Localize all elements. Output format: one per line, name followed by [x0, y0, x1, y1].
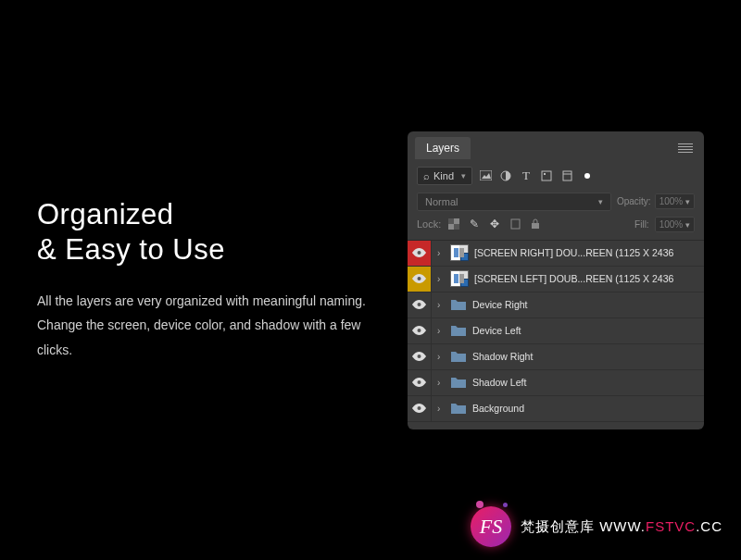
svg-rect-6 [448, 218, 454, 224]
lock-transparency-icon[interactable] [446, 217, 461, 231]
layer-row[interactable]: ›Shadow Right [408, 344, 704, 370]
headline-line-1: Organized [37, 198, 174, 230]
watermark-url-mid: FSTVC [646, 518, 696, 534]
folder-icon [450, 324, 467, 337]
svg-rect-2 [542, 171, 551, 180]
promo-text: Organized & Easy to Use All the layers a… [37, 197, 408, 362]
expand-arrow-icon[interactable]: › [437, 274, 445, 284]
svg-point-15 [418, 380, 421, 384]
watermark-url-suffix: .CC [696, 518, 722, 534]
svg-rect-9 [532, 223, 539, 229]
visibility-toggle-icon[interactable] [408, 267, 432, 292]
layer-row[interactable]: ›Shadow Left [408, 370, 704, 396]
lock-move-icon[interactable]: ✥ [487, 217, 502, 231]
watermark-brand: 梵摄创意库 [521, 518, 595, 534]
layer-row[interactable]: ›Device Left [408, 318, 704, 344]
folder-icon [450, 402, 467, 415]
svg-rect-4 [563, 171, 571, 180]
svg-point-12 [418, 303, 421, 306]
expand-arrow-icon[interactable]: › [437, 326, 445, 336]
headline-line-2: & Easy to Use [37, 233, 225, 266]
search-icon: ⌕ [423, 170, 430, 181]
filter-kind-label: Kind [433, 170, 454, 181]
layer-thumbnail [450, 270, 469, 287]
chevron-down-icon: ▾ [461, 171, 466, 180]
layer-name: Shadow Left [472, 377, 526, 388]
panel-menu-icon[interactable] [678, 143, 693, 153]
visibility-toggle-icon[interactable] [408, 241, 432, 266]
expand-arrow-icon[interactable]: › [437, 300, 445, 310]
description: All the layers are very organized with m… [37, 289, 380, 363]
svg-rect-7 [454, 224, 459, 230]
layer-name: Background [472, 403, 524, 414]
svg-point-10 [418, 251, 421, 255]
layer-row[interactable]: ›Background [408, 396, 704, 422]
layer-name: [SCREEN LEFT] DOUB...REEN (1125 X 2436 [474, 273, 673, 284]
layer-row[interactable]: ›[SCREEN LEFT] DOUB...REEN (1125 X 2436 [408, 267, 704, 292]
lock-label: Lock: [417, 218, 441, 230]
fill-value[interactable]: 100% ▾ [655, 217, 695, 232]
filter-kind-select[interactable]: ⌕ Kind ▾ [417, 167, 472, 185]
svg-point-11 [418, 277, 421, 280]
filter-shape-icon[interactable] [539, 168, 554, 183]
lock-artboard-icon[interactable] [508, 217, 522, 231]
blend-mode-select[interactable]: Normal ▾ [417, 193, 611, 211]
expand-arrow-icon[interactable]: › [437, 404, 445, 414]
svg-point-13 [418, 329, 421, 332]
layer-name: Device Left [472, 325, 521, 336]
headline: Organized & Easy to Use [37, 197, 380, 266]
opacity-value[interactable]: 100% ▾ [655, 193, 695, 209]
filter-row: ⌕ Kind ▾ T [408, 159, 704, 193]
folder-icon [450, 350, 467, 363]
svg-point-16 [418, 406, 421, 410]
watermark-text: 梵摄创意库 WWW.FSTVC.CC [521, 518, 722, 536]
expand-arrow-icon[interactable]: › [437, 248, 445, 258]
visibility-toggle-icon[interactable] [408, 396, 432, 421]
visibility-toggle-icon[interactable] [408, 318, 432, 343]
expand-arrow-icon[interactable]: › [437, 352, 445, 362]
folder-icon [450, 298, 467, 311]
visibility-toggle-icon[interactable] [408, 344, 432, 369]
lock-all-icon[interactable] [528, 217, 543, 231]
fill-label: Fill: [634, 219, 649, 230]
watermark: FS 梵摄创意库 WWW.FSTVC.CC [471, 506, 722, 547]
opacity-label: Opacity: [617, 196, 651, 206]
visibility-toggle-icon[interactable] [408, 292, 432, 317]
filter-text-icon[interactable]: T [519, 168, 534, 183]
blend-mode-value: Normal [425, 196, 458, 207]
filter-smart-icon[interactable] [559, 168, 574, 183]
filter-dot-icon[interactable] [580, 168, 595, 183]
layers-tab[interactable]: Layers [415, 137, 471, 159]
svg-point-14 [418, 355, 421, 358]
layer-thumbnail [450, 244, 469, 261]
folder-icon [450, 376, 467, 389]
svg-rect-0 [480, 170, 492, 180]
layer-name: Shadow Right [472, 351, 533, 362]
panel-tabs: Layers [408, 131, 704, 159]
layer-name: Device Right [472, 299, 528, 310]
layer-row[interactable]: ›Device Right [408, 292, 704, 318]
visibility-toggle-icon[interactable] [408, 370, 432, 395]
svg-rect-3 [544, 173, 546, 175]
watermark-url-prefix: WWW. [599, 518, 646, 534]
layers-panel: Layers ⌕ Kind ▾ T Normal ▾ Opacity: [408, 131, 704, 429]
layer-name: [SCREEN RIGHT] DOU...REEN (1125 X 2436 [474, 247, 673, 258]
filter-image-icon[interactable] [478, 168, 493, 183]
layers-list: ›[SCREEN RIGHT] DOU...REEN (1125 X 2436›… [408, 240, 704, 422]
expand-arrow-icon[interactable]: › [437, 378, 445, 388]
chevron-down-icon: ▾ [598, 197, 603, 206]
svg-rect-8 [511, 219, 520, 229]
smart-object-icon [460, 253, 469, 261]
watermark-badge: FS [471, 506, 511, 547]
blend-row: Normal ▾ Opacity: 100% ▾ [408, 193, 704, 217]
smart-object-icon [460, 279, 469, 287]
lock-brush-icon[interactable]: ✎ [467, 217, 482, 231]
filter-adjustment-icon[interactable] [498, 168, 513, 183]
lock-row: Lock: ✎ ✥ Fill: 100% ▾ [408, 217, 704, 240]
layer-row[interactable]: ›[SCREEN RIGHT] DOU...REEN (1125 X 2436 [408, 241, 704, 267]
